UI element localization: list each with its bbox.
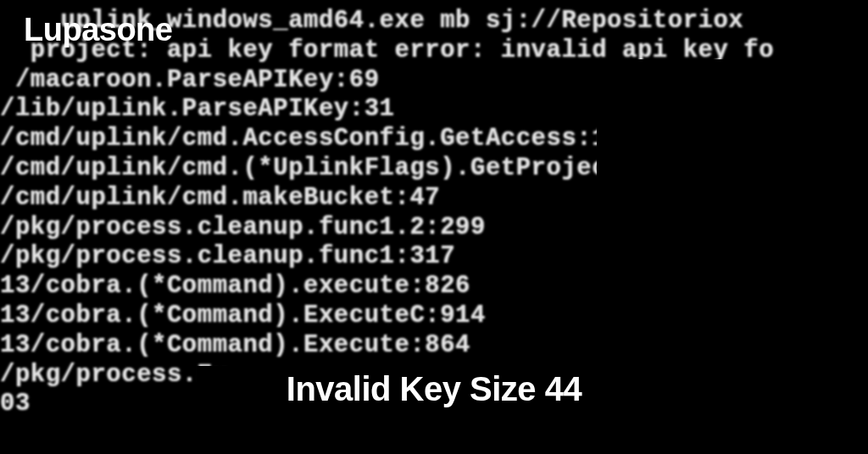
terminal-line: 13/cobra.(*Command).ExecuteC:914	[0, 302, 868, 331]
caption-label: Invalid Key Size 44	[287, 370, 581, 408]
brand-label: Lupasone	[24, 12, 172, 48]
terminal-line: /pkg/process.cleanup.func1:317	[0, 242, 868, 272]
terminal-line: 13/cobra.(*Command).execute:826	[0, 272, 868, 302]
mask-block	[597, 59, 868, 220]
terminal-line: 13/cobra.(*Command).Execute:864	[0, 331, 868, 361]
